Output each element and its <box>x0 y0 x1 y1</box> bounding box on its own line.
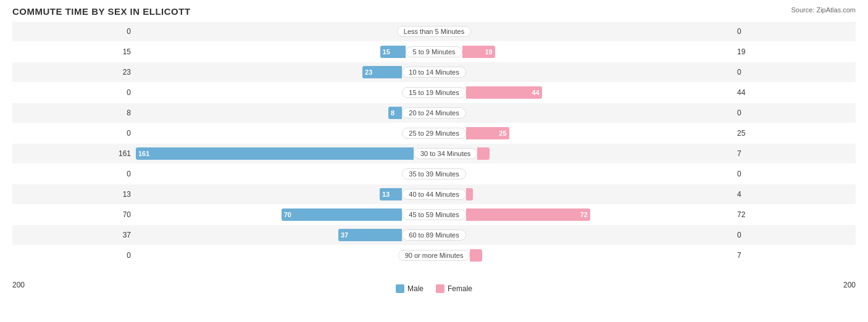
male-bar-wrap: 37 <box>136 229 402 241</box>
female-value: 7 <box>732 149 856 158</box>
axis-right: 200 <box>843 281 856 293</box>
row-label: 20 to 24 Minutes <box>402 107 465 118</box>
female-value: 0 <box>732 231 856 239</box>
female-bar-wrap: 25 <box>466 127 732 139</box>
female-bar: 44 <box>466 86 542 99</box>
male-value: 8 <box>12 109 136 117</box>
male-value: 15 <box>12 47 136 56</box>
row-label: 40 to 44 Minutes <box>402 189 465 200</box>
axis-left: 200 <box>12 281 25 293</box>
male-bar-wrap <box>136 25 397 38</box>
chart-title: COMMUTE TIME BY SEX IN ELLICOTT <box>12 6 856 17</box>
male-value: 0 <box>12 170 136 178</box>
male-bar: 161 <box>136 147 414 160</box>
male-color-box <box>396 284 404 293</box>
male-value: 70 <box>12 210 136 219</box>
female-bar: 72 <box>466 208 590 221</box>
female-bar-wrap: 72 <box>466 208 732 221</box>
table-row: 8820 to 24 Minutes0 <box>12 103 856 123</box>
table-row: 15155 to 9 Minutes1919 <box>12 42 856 62</box>
female-bar <box>470 249 482 262</box>
female-label: Female <box>448 284 472 293</box>
row-label: 60 to 89 Minutes <box>402 229 465 241</box>
male-bar-wrap <box>136 86 402 99</box>
male-bar: 8 <box>388 107 402 119</box>
row-label: 90 or more Minutes <box>398 250 470 261</box>
table-row: 035 to 39 Minutes0 <box>12 164 856 184</box>
row-label: 35 to 39 Minutes <box>402 168 465 180</box>
female-value: 0 <box>732 109 856 117</box>
male-bar: 37 <box>338 229 402 241</box>
male-bar: 70 <box>282 208 403 221</box>
male-value: 0 <box>12 129 136 138</box>
row-label: 15 to 19 Minutes <box>402 87 465 98</box>
row-label: 25 to 29 Minutes <box>402 128 465 139</box>
male-bar-wrap: 161 <box>136 147 414 160</box>
male-bar-wrap: 8 <box>136 107 402 119</box>
female-bar-wrap <box>466 66 732 78</box>
male-value: 37 <box>12 231 136 239</box>
male-value: 13 <box>12 190 136 199</box>
male-value: 0 <box>12 251 136 260</box>
female-value: 0 <box>732 27 856 36</box>
female-value: 19 <box>732 47 856 56</box>
table-row: 0Less than 5 Minutes0 <box>12 22 856 41</box>
male-bar: 23 <box>362 66 402 78</box>
male-bar-wrap: 23 <box>136 66 402 78</box>
female-value: 0 <box>732 170 856 178</box>
legend: Male Female <box>396 284 472 293</box>
male-label: Male <box>407 284 424 293</box>
row-label: 45 to 59 Minutes <box>402 209 465 220</box>
female-bar-wrap <box>470 249 732 262</box>
female-bar: 25 <box>466 127 509 139</box>
male-bar: 15 <box>380 46 406 58</box>
female-value: 7 <box>732 251 856 260</box>
female-bar-wrap <box>466 188 732 200</box>
chart-area: 0Less than 5 Minutes015155 to 9 Minutes1… <box>12 22 856 281</box>
row-label: 5 to 9 Minutes <box>406 46 462 57</box>
male-bar-wrap <box>136 249 398 262</box>
male-value: 0 <box>12 27 136 36</box>
row-label: 30 to 34 Minutes <box>414 148 477 159</box>
row-label: Less than 5 Minutes <box>397 26 471 37</box>
male-bar-wrap <box>136 127 402 139</box>
male-bar-wrap: 15 <box>136 46 406 58</box>
male-bar-wrap <box>136 168 402 180</box>
table-row: 232310 to 14 Minutes0 <box>12 62 856 82</box>
row-label: 10 to 14 Minutes <box>402 67 465 78</box>
female-bar <box>466 188 473 200</box>
female-bar-wrap <box>471 25 732 38</box>
male-value: 161 <box>12 149 136 158</box>
female-bar-wrap <box>477 147 732 160</box>
female-value: 72 <box>732 210 856 219</box>
female-bar-wrap: 19 <box>462 46 732 58</box>
table-row: 16116130 to 34 Minutes7 <box>12 144 856 163</box>
female-value: 44 <box>732 88 856 97</box>
female-bar-wrap <box>466 229 732 241</box>
female-bar <box>477 147 490 160</box>
axis-labels: 200 Male Female 200 <box>12 281 856 293</box>
female-value: 0 <box>732 68 856 76</box>
female-bar: 19 <box>462 46 495 58</box>
female-bar-wrap: 44 <box>466 86 732 99</box>
source-label: Source: ZipAtlas.com <box>791 6 856 14</box>
female-bar-wrap <box>466 168 732 180</box>
female-value: 25 <box>732 129 856 138</box>
legend-male: Male <box>396 284 424 293</box>
chart-container: COMMUTE TIME BY SEX IN ELLICOTT Source: … <box>0 0 868 322</box>
table-row: 131340 to 44 Minutes4 <box>12 184 856 204</box>
table-row: 025 to 29 Minutes2525 <box>12 123 856 143</box>
table-row: 015 to 19 Minutes4444 <box>12 83 856 102</box>
female-bar-wrap <box>466 107 732 119</box>
male-value: 0 <box>12 88 136 97</box>
male-bar-wrap: 70 <box>136 208 402 221</box>
table-row: 707045 to 59 Minutes7272 <box>12 205 856 225</box>
male-bar: 13 <box>380 188 402 200</box>
table-row: 090 or more Minutes7 <box>12 246 856 265</box>
male-bar-wrap: 13 <box>136 188 402 200</box>
female-value: 4 <box>732 190 856 199</box>
female-color-box <box>436 284 444 293</box>
table-row: 373760 to 89 Minutes0 <box>12 225 856 245</box>
legend-female: Female <box>436 284 472 293</box>
male-value: 23 <box>12 68 136 76</box>
